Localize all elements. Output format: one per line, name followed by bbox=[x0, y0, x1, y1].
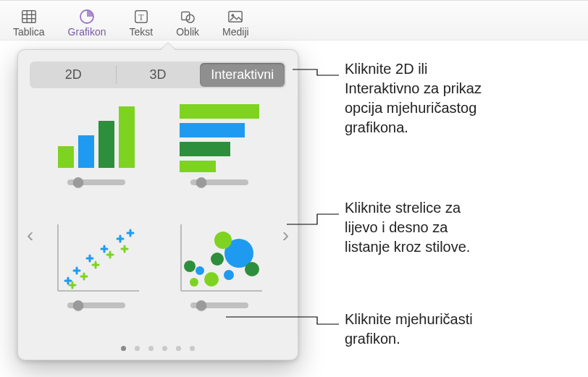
callout-lines bbox=[0, 0, 588, 377]
callout-segmented: Kliknite 2D ili Interaktivno za prikaz o… bbox=[345, 59, 482, 137]
callout-bubble: Kliknite mjehuričasti grafikon. bbox=[345, 310, 473, 349]
callout-arrows: Kliknite strelice za lijevo i desno za l… bbox=[345, 198, 470, 257]
